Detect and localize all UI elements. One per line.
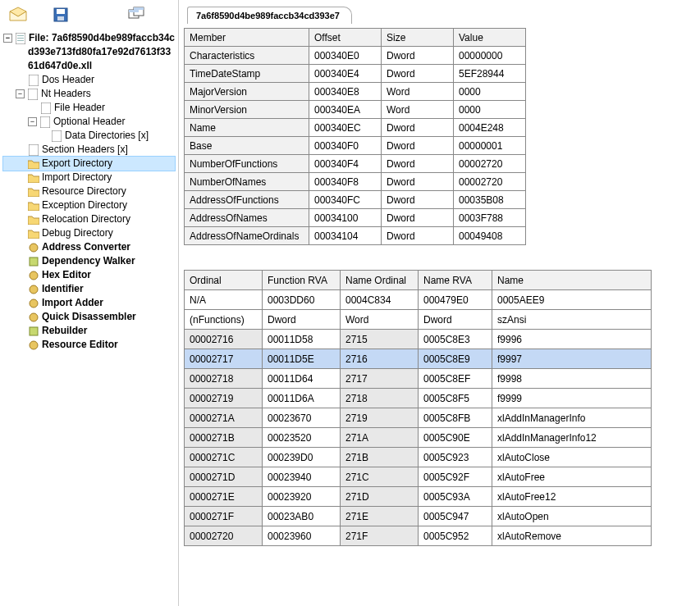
table-cell[interactable]: NumberOfNames: [185, 173, 309, 191]
tree-import-adder[interactable]: Import Adder: [3, 296, 175, 310]
tree-dos-header[interactable]: Dos Header: [3, 73, 175, 87]
tree-hex-editor[interactable]: Hex Editor: [3, 268, 175, 282]
table-cell[interactable]: 0005C8FB: [419, 408, 492, 428]
table-cell[interactable]: 00023670: [263, 408, 341, 428]
table-cell[interactable]: Characteristics: [185, 47, 309, 65]
table-cell[interactable]: Dword: [419, 310, 492, 330]
tree-relocation-directory[interactable]: Relocation Directory: [3, 212, 175, 226]
table-cell[interactable]: xlAddInManagerInfo12: [492, 428, 652, 448]
table-cell[interactable]: MinorVersion: [185, 101, 309, 119]
table-cell[interactable]: f9998: [492, 369, 652, 389]
table-cell[interactable]: Base: [185, 137, 309, 155]
tree-file-root[interactable]: − File: 7a6f8590d4be989faccb34c: [3, 31, 175, 45]
windows-icon[interactable]: [126, 5, 146, 25]
table-cell[interactable]: 00011D58: [263, 330, 341, 349]
table-cell[interactable]: 0005C8F5: [419, 389, 492, 408]
table-row[interactable]: MajorVersion000340E8Word0000: [185, 83, 526, 101]
table-cell[interactable]: Word: [341, 310, 419, 330]
table-row[interactable]: 0000271D00023940271C0005C92FxlAutoFree: [185, 467, 652, 487]
table-cell[interactable]: AddressOfNameOrdinals: [185, 227, 309, 245]
table-cell[interactable]: 271F: [341, 526, 419, 546]
table-cell[interactable]: Word: [382, 101, 454, 119]
tree-file-header[interactable]: File Header: [3, 101, 175, 115]
save-icon[interactable]: [51, 5, 71, 25]
table-row[interactable]: 0000271700011D5E27160005C8E9f9997: [185, 349, 652, 369]
table-row[interactable]: N/A0003DD600004C834000479E00005AEE9: [185, 290, 652, 310]
table-cell[interactable]: Dword: [382, 209, 454, 227]
table-row[interactable]: NumberOfFunctions000340F4Dword00002720: [185, 155, 526, 173]
table-cell[interactable]: 271B: [341, 448, 419, 467]
tree-optional-header[interactable]: −Optional Header: [3, 115, 175, 129]
table-cell[interactable]: 0000271D: [185, 467, 263, 487]
table-cell[interactable]: 00011D6A: [263, 389, 341, 408]
tree-view[interactable]: − File: 7a6f8590d4be989faccb34c d393e713…: [0, 30, 178, 353]
table-cell[interactable]: 2717: [341, 369, 419, 389]
table-cell[interactable]: 0000: [454, 101, 526, 119]
table-cell[interactable]: 271C: [341, 467, 419, 487]
table-cell[interactable]: szAnsi: [492, 310, 652, 330]
column-header[interactable]: Name RVA: [419, 271, 492, 290]
table-cell[interactable]: 00002718: [185, 369, 263, 389]
column-header[interactable]: Offset: [309, 29, 382, 47]
table-row[interactable]: 0000271C000239D0271B0005C923xlAutoClose: [185, 448, 652, 467]
column-header[interactable]: Value: [454, 29, 526, 47]
table-cell[interactable]: 00023AB0: [263, 507, 341, 526]
table-cell[interactable]: 00000000: [454, 47, 526, 65]
table-cell[interactable]: 0005C93A: [419, 487, 492, 507]
table-cell[interactable]: NumberOfFunctions: [185, 155, 309, 173]
mail-icon[interactable]: [8, 5, 28, 25]
table-cell[interactable]: Name: [185, 119, 309, 137]
table-cell[interactable]: f9999: [492, 389, 652, 408]
table-cell[interactable]: 00023960: [263, 526, 341, 546]
table-row[interactable]: 0000271800011D6427170005C8EFf9998: [185, 369, 652, 389]
table-cell[interactable]: 0005C947: [419, 507, 492, 526]
table-cell[interactable]: 00034104: [309, 227, 382, 245]
tree-rebuilder[interactable]: Rebuilder: [3, 324, 175, 338]
table-cell[interactable]: 00002720: [454, 155, 526, 173]
table-cell[interactable]: 00002719: [185, 389, 263, 408]
column-header[interactable]: Name: [492, 271, 652, 290]
table-cell[interactable]: Dword: [382, 137, 454, 155]
table-cell[interactable]: 00023920: [263, 487, 341, 507]
table-cell[interactable]: 0005C90E: [419, 428, 492, 448]
table-cell[interactable]: 0000271E: [185, 487, 263, 507]
tree-section-headers[interactable]: Section Headers [x]: [3, 143, 175, 157]
table-cell[interactable]: 00011D64: [263, 369, 341, 389]
tree-export-directory[interactable]: Export Directory: [2, 156, 176, 171]
table-cell[interactable]: 00002720: [185, 526, 263, 546]
table-cell[interactable]: 271D: [341, 487, 419, 507]
table-cell[interactable]: xlAddInManagerInfo: [492, 408, 652, 428]
tree-resource-editor[interactable]: Resource Editor: [3, 338, 175, 352]
tree-debug-directory[interactable]: Debug Directory: [3, 226, 175, 240]
table-row[interactable]: AddressOfNameOrdinals00034104Dword000494…: [185, 227, 526, 245]
table-row[interactable]: 0000271E00023920271D0005C93AxlAutoFree12: [185, 487, 652, 507]
table-cell[interactable]: 000340EC: [309, 119, 382, 137]
table-cell[interactable]: 000340E0: [309, 47, 382, 65]
table-row[interactable]: NumberOfNames000340F8Dword00002720: [185, 173, 526, 191]
table-cell[interactable]: 000340E4: [309, 65, 382, 83]
tree-import-directory[interactable]: Import Directory: [3, 171, 175, 185]
table-cell[interactable]: 00000001: [454, 137, 526, 155]
minus-icon[interactable]: −: [16, 89, 25, 98]
table-cell[interactable]: 0000271F: [185, 507, 263, 526]
table-cell[interactable]: 000479E0: [419, 290, 492, 310]
table-row[interactable]: Name000340ECDword0004E248: [185, 119, 526, 137]
table-cell[interactable]: 00002720: [454, 173, 526, 191]
table-row[interactable]: 0000271600011D5827150005C8E3f9996: [185, 330, 652, 349]
column-header[interactable]: Member: [185, 29, 309, 47]
tree-nt-headers[interactable]: −Nt Headers: [3, 87, 175, 101]
table-cell[interactable]: 2716: [341, 349, 419, 369]
table-row[interactable]: MinorVersion000340EAWord0000: [185, 101, 526, 119]
table-row[interactable]: 0000271B00023520271A0005C90ExlAddInManag…: [185, 428, 652, 448]
column-header[interactable]: Function RVA: [263, 271, 341, 290]
table-row[interactable]: 0000271F00023AB0271E0005C947xlAutoOpen: [185, 507, 652, 526]
table-cell[interactable]: N/A: [185, 290, 263, 310]
table-cell[interactable]: 000340EA: [309, 101, 382, 119]
table-cell[interactable]: 0005C8E3: [419, 330, 492, 349]
tree-data-directories[interactable]: Data Directories [x]: [3, 129, 175, 143]
table-cell[interactable]: Dword: [263, 310, 341, 330]
table-row[interactable]: (nFunctions)DwordWordDwordszAnsi: [185, 310, 652, 330]
table-cell[interactable]: 0000271B: [185, 428, 263, 448]
table-cell[interactable]: 00034100: [309, 209, 382, 227]
column-header[interactable]: Size: [382, 29, 454, 47]
